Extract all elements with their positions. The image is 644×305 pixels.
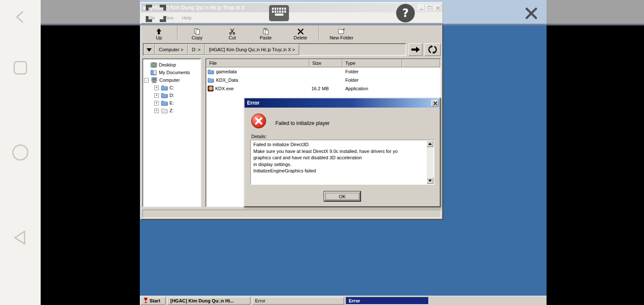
documents-folder-icon (150, 69, 158, 75)
refresh-button[interactable] (425, 43, 441, 56)
folder-icon (161, 85, 168, 91)
cut-label: Cut (228, 35, 236, 40)
dialog-titlebar: Error (244, 98, 440, 108)
tree-item-drive-c[interactable]: + C: (143, 84, 200, 92)
file-type: Folder (342, 69, 402, 74)
tree-item-computer[interactable]: - Computer (143, 76, 200, 84)
scroll-up-button[interactable] (427, 141, 433, 147)
header-file[interactable]: File (206, 59, 309, 67)
file-row-kdx-exe[interactable]: KDX.exe 16.2 MB Application (206, 84, 440, 93)
tree-expand-toggle[interactable]: + (154, 108, 159, 113)
details-label: Details: (251, 134, 267, 139)
chevron-down-icon (147, 48, 152, 54)
header-blank (402, 59, 440, 67)
address-segment-folder[interactable]: [HGAC] Kim Dung Qu□n Hi□p Truy□n X > (205, 44, 299, 55)
circle-nav-icon[interactable] (12, 144, 28, 161)
header-type[interactable]: Type (342, 59, 402, 67)
taskbar-task-hgac[interactable]: [HGAC] Kim Dung Qu□n Hi... (167, 297, 250, 305)
delete-button[interactable]: Delete (283, 24, 318, 42)
copy-label: Copy (192, 35, 203, 40)
tree-item-drive-z[interactable]: + Z: (143, 107, 200, 114)
tree-label: My Documents (159, 70, 190, 75)
triangle-down-icon (428, 180, 432, 183)
status-bar (142, 210, 441, 218)
tree-item-my-documents[interactable]: My Documents (143, 69, 200, 76)
start-label: Start (150, 298, 160, 303)
help-button[interactable]: ? (396, 4, 415, 22)
details-text: Failed to initialize Direct3D. Make sure… (251, 141, 426, 184)
tree-label: D: (169, 93, 174, 98)
triangle-back-icon[interactable] (11, 229, 28, 247)
tree-expand-toggle[interactable]: + (154, 86, 159, 90)
file-row-gamedata[interactable]: gamedata Folder (206, 67, 440, 76)
tree-expand-toggle[interactable]: + (154, 101, 159, 105)
address-segment-computer[interactable]: Computer > (155, 44, 188, 55)
up-label: Up (156, 35, 162, 40)
file-size: 16.2 MB (309, 86, 342, 91)
file-row-kdx-data[interactable]: KDX_Data Folder (206, 76, 440, 84)
up-button[interactable]: Up (141, 24, 177, 42)
address-empty-space (299, 44, 405, 55)
file-type: Folder (342, 78, 402, 83)
header-size[interactable]: Size (309, 59, 342, 67)
start-button[interactable]: Start (141, 297, 166, 305)
app-canvas: [HGAC] Kim Dung Qu□n Hi□p Truy□n X File … (0, 0, 644, 305)
address-bar: Computer > D: > [HGAC] Kim Dung Qu□n Hi□… (141, 42, 442, 58)
fullscreen-corners-icon[interactable] (146, 5, 166, 22)
tree-item-desktop[interactable]: Desktop (143, 61, 200, 69)
new-folder-button[interactable]: New Folder (320, 24, 363, 42)
tree-expand-toggle[interactable]: + (154, 93, 159, 98)
go-button[interactable] (408, 43, 422, 56)
folder-icon (208, 69, 214, 75)
ok-label: OK (339, 194, 346, 199)
folder-icon (161, 100, 168, 106)
paste-button[interactable]: Paste (249, 24, 283, 42)
folder-icon-gray (161, 108, 168, 114)
tree-label: Computer (159, 78, 180, 83)
toolbar-separator (177, 25, 178, 40)
address-segment-drive[interactable]: D: > (188, 44, 205, 55)
tree-item-drive-d[interactable]: + D: (143, 92, 200, 99)
keyboard-icon (272, 8, 286, 10)
details-scrollbar[interactable] (427, 141, 433, 184)
emulator-screen: [HGAC] Kim Dung Qu□n Hi□p Truy□n X File … (140, 0, 547, 305)
refresh-icon (428, 45, 437, 54)
address-dropdown-button[interactable] (144, 44, 155, 55)
delete-label: Delete (294, 35, 307, 40)
file-name: KDX.exe (215, 86, 233, 91)
keyboard-toggle-button[interactable] (269, 5, 289, 21)
toolbar-separator (319, 25, 319, 40)
copy-button[interactable]: Copy (178, 24, 216, 42)
tree-collapse-toggle[interactable]: - (144, 78, 149, 83)
square-nav-icon[interactable] (14, 61, 27, 75)
scissors-icon (229, 27, 236, 35)
taskbar: Start [HGAC] Kim Dung Qu□n Hi... Error E… (140, 296, 547, 305)
error-dialog: Error Failed to initialize player Detail… (244, 97, 441, 207)
details-box: Failed to initialize Direct3D. Make sure… (250, 140, 434, 185)
tree-item-drive-e[interactable]: + E: (143, 99, 200, 107)
computer-icon (151, 77, 158, 83)
wine-logo-icon (144, 297, 148, 304)
taskbar-task-error-1[interactable]: Error (252, 297, 344, 305)
delete-x-icon (297, 27, 304, 35)
overlay-close-button[interactable] (524, 6, 539, 20)
folder-tree-pane: Desktop My Documents (142, 58, 201, 207)
overlay-bar: ? (41, 0, 644, 25)
back-chevron-icon[interactable] (14, 11, 26, 23)
cut-button[interactable]: Cut (216, 24, 249, 42)
taskbar-task-error-active[interactable]: Error (346, 297, 429, 305)
new-folder-label: New Folder (330, 35, 353, 40)
scroll-down-button[interactable] (427, 177, 433, 184)
copy-icon (194, 27, 200, 35)
tree-label: Desktop (159, 62, 176, 67)
up-arrow-icon (155, 27, 162, 35)
new-folder-icon (338, 27, 345, 35)
kdx-application-icon (208, 86, 214, 92)
app-nav-strip (0, 0, 41, 305)
desktop-icon (150, 62, 158, 68)
dialog-close-button[interactable] (431, 100, 439, 106)
file-list-header: File Size Type (206, 59, 440, 67)
triangle-up-icon (428, 141, 432, 145)
ok-button[interactable]: OK (324, 191, 361, 202)
file-type: Application (342, 86, 402, 91)
